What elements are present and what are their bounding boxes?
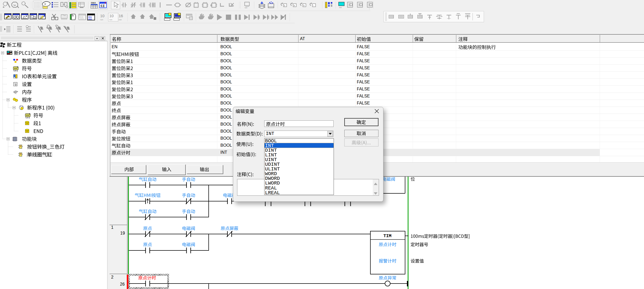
svg-text:10: 10 bbox=[109, 14, 114, 18]
svg-text:SMA: SMA bbox=[91, 2, 96, 4]
svg-text:ron: ron bbox=[339, 7, 342, 8]
svg-text:ron: ron bbox=[109, 19, 112, 21]
svg-text:001: 001 bbox=[88, 16, 92, 18]
svg-text:16: 16 bbox=[119, 14, 123, 18]
svg-text:ron: ron bbox=[245, 7, 247, 9]
svg-text:w: w bbox=[44, 3, 46, 5]
svg-text:v: v bbox=[303, 4, 305, 7]
svg-text:CI: CI bbox=[101, 4, 105, 8]
svg-text:ron: ron bbox=[119, 19, 122, 21]
svg-text:x: x bbox=[294, 4, 295, 7]
svg-text:ron: ron bbox=[100, 19, 103, 21]
svg-text:002: 002 bbox=[88, 18, 92, 20]
svg-text:10: 10 bbox=[100, 14, 105, 18]
svg-text:z: z bbox=[284, 4, 285, 7]
svg-text:-: - bbox=[313, 4, 314, 7]
